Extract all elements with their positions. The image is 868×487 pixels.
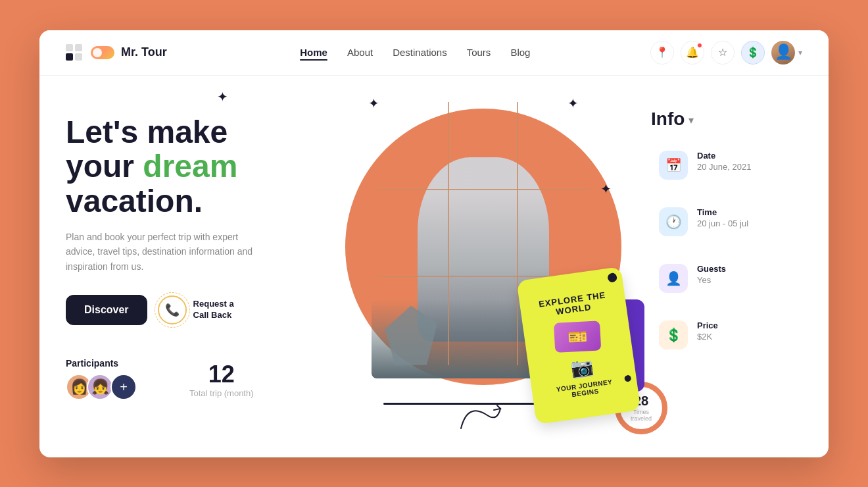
price-label: Price bbox=[697, 320, 718, 330]
clock-icon: 🕐 bbox=[665, 214, 682, 230]
date-value: 20 June, 2021 bbox=[697, 162, 751, 172]
yellow-card: EXPLORE THE WORLD 📷 YOUR JOURNEY BEGINS bbox=[516, 266, 640, 424]
price-text: Price $2K bbox=[697, 320, 718, 342]
browser-window: Mr. Tour Home About Destinations Tours B… bbox=[39, 30, 829, 457]
trip-number: 12 bbox=[189, 361, 254, 388]
hero-title-line1: Let's make bbox=[66, 115, 228, 149]
grid-line-v2 bbox=[517, 102, 518, 365]
notification-dot bbox=[697, 43, 702, 48]
nav-link-destinations[interactable]: Destinations bbox=[393, 47, 447, 58]
date-label: Date bbox=[697, 151, 751, 161]
logo-area: Mr. Tour bbox=[66, 44, 167, 61]
participant-avatar-2: 👧 bbox=[87, 374, 113, 400]
star-icon: ☆ bbox=[718, 46, 727, 59]
nav-link-tours[interactable]: Tours bbox=[467, 47, 491, 58]
right-section: Info ▾ 📅 Date 20 June, 2021 🕐 Tim bbox=[651, 89, 802, 444]
coin-button[interactable]: 💲 bbox=[741, 41, 765, 64]
discover-button[interactable]: Discover bbox=[66, 295, 147, 325]
nav-link-home[interactable]: Home bbox=[300, 47, 327, 58]
location-button[interactable]: 📍 bbox=[650, 41, 674, 64]
main-content: ✦ Let's make your dream vacation. Plan a… bbox=[39, 76, 829, 457]
sparkle-icon-3: ✦ bbox=[567, 95, 579, 111]
info-card-price: 💲 Price $2K bbox=[651, 313, 802, 357]
star-button[interactable]: ☆ bbox=[711, 41, 735, 64]
time-text: Time 20 jun - 05 jul bbox=[697, 207, 748, 228]
yellow-card-subtitle: YOUR JOURNEY BEGINS bbox=[542, 376, 627, 402]
guests-value: Yes bbox=[697, 275, 726, 285]
person-icon: 👤 bbox=[665, 270, 682, 286]
price-icon-wrap: 💲 bbox=[659, 320, 688, 349]
nav-actions: 📍 🔔 ☆ 💲 ▾ bbox=[650, 41, 802, 64]
trip-label: Total trip (month) bbox=[189, 388, 254, 398]
callback-button[interactable]: 📞 Request a Call Back bbox=[158, 295, 234, 324]
date-icon-wrap: 📅 bbox=[659, 151, 688, 180]
center-section: ✦ ✦ ✦ ✦ EXPLORE THE WORLD 📷 YOUR JOURNEY… bbox=[316, 89, 651, 444]
guests-text: Guests Yes bbox=[697, 264, 726, 285]
hero-title-dream: dream bbox=[143, 149, 237, 184]
navbar: Mr. Tour Home About Destinations Tours B… bbox=[39, 30, 829, 76]
time-icon-wrap: 🕐 bbox=[659, 207, 688, 236]
participants-label: Participants bbox=[66, 358, 137, 369]
guests-label: Guests bbox=[697, 264, 726, 274]
hero-title-line3: vacation. bbox=[66, 184, 203, 218]
participants-section: Participants 👩 👧 + bbox=[66, 358, 137, 400]
add-participant-button[interactable]: + bbox=[110, 374, 137, 400]
hero-title: Let's make your dream vacation. bbox=[66, 115, 316, 219]
yellow-card-title: EXPLORE THE WORLD bbox=[530, 288, 616, 320]
time-value: 20 jun - 05 jul bbox=[697, 218, 748, 228]
hero-title-line2: your bbox=[66, 149, 143, 184]
notification-button[interactable]: 🔔 bbox=[681, 41, 704, 64]
brand-name: Mr. Tour bbox=[121, 45, 167, 59]
dot-2 bbox=[624, 374, 631, 382]
callback-text: Request a Call Back bbox=[193, 299, 234, 321]
callback-line2: Call Back bbox=[193, 310, 232, 320]
bell-icon: 🔔 bbox=[686, 46, 699, 59]
info-card-guests: 👤 Guests Yes bbox=[651, 256, 802, 301]
hero-subtitle: Plan and book your perfect trip with exp… bbox=[66, 230, 263, 274]
sparkle-icon-4: ✦ bbox=[600, 181, 612, 197]
callback-line1: Request a bbox=[193, 299, 234, 309]
sparkle-icon-1: ✦ bbox=[217, 89, 228, 105]
info-card-date: 📅 Date 20 June, 2021 bbox=[651, 143, 802, 188]
guests-icon-wrap: 👤 bbox=[659, 264, 688, 293]
calendar-icon: 📅 bbox=[665, 157, 682, 173]
info-card-time: 🕐 Time 20 jun - 05 jul bbox=[651, 199, 802, 244]
grid-line-h1 bbox=[378, 189, 589, 190]
ticket-image bbox=[554, 320, 601, 353]
dollar-icon: 💲 bbox=[665, 327, 682, 343]
nav-link-about[interactable]: About bbox=[347, 47, 373, 58]
grid-line-v1 bbox=[448, 102, 449, 365]
bottom-stats: Participants 👩 👧 + 12 Total trip (month) bbox=[66, 345, 316, 400]
nav-links: Home About Destinations Tours Blog bbox=[193, 47, 637, 58]
nav-link-blog[interactable]: Blog bbox=[510, 47, 530, 58]
participant-avatars: 👩 👧 + bbox=[66, 374, 137, 400]
date-text: Date 20 June, 2021 bbox=[697, 151, 751, 172]
coin-icon: 💲 bbox=[746, 46, 760, 59]
info-header: Info ▾ bbox=[651, 109, 802, 130]
sparkle-icon-2: ✦ bbox=[368, 95, 379, 111]
logo-toggle bbox=[91, 46, 114, 59]
arrow-doodle bbox=[454, 396, 507, 438]
logo-grid-icon bbox=[66, 44, 84, 61]
camera-icon: 📷 bbox=[569, 355, 594, 380]
left-section: ✦ Let's make your dream vacation. Plan a… bbox=[66, 89, 316, 444]
info-chevron-icon[interactable]: ▾ bbox=[688, 114, 694, 126]
avatar-button[interactable]: ▾ bbox=[771, 41, 802, 64]
cta-row: Discover 📞 Request a Call Back bbox=[66, 295, 316, 325]
dot-1 bbox=[607, 272, 617, 282]
avatar bbox=[771, 41, 795, 64]
price-value: $2K bbox=[697, 332, 718, 342]
trip-stat: 12 Total trip (month) bbox=[189, 361, 254, 398]
phone-icon: 📞 bbox=[158, 295, 187, 324]
location-icon: 📍 bbox=[656, 46, 669, 59]
avatar-chevron-icon: ▾ bbox=[798, 48, 802, 57]
time-label: Time bbox=[697, 207, 748, 217]
info-title: Info bbox=[651, 109, 685, 130]
